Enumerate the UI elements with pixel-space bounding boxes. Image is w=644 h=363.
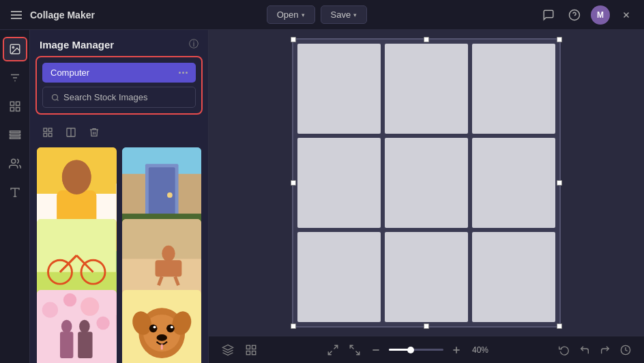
list-item[interactable] xyxy=(122,219,202,299)
svg-point-53 xyxy=(63,293,76,306)
open-chevron-icon: ▾ xyxy=(302,12,305,18)
svg-rect-15 xyxy=(10,137,20,139)
history-icon[interactable] xyxy=(618,343,633,358)
half-view-button[interactable] xyxy=(63,124,79,141)
avatar[interactable]: M xyxy=(591,5,610,25)
resize-handle-br[interactable] xyxy=(557,323,562,329)
undo-icon[interactable] xyxy=(577,343,592,358)
zoom-label: 40% xyxy=(469,345,491,355)
list-item[interactable] xyxy=(122,147,202,227)
svg-point-36 xyxy=(167,192,173,198)
svg-line-20 xyxy=(57,99,58,100)
collage-cell[interactable] xyxy=(297,232,381,322)
svg-point-67 xyxy=(153,326,156,329)
svg-point-66 xyxy=(166,325,175,333)
panel-buttons-group: Computer Search Stock Images xyxy=(35,56,203,115)
collage-cell[interactable] xyxy=(472,44,555,134)
panel-header: Image Manager ⓘ xyxy=(30,30,208,56)
fit-screen-icon[interactable] xyxy=(325,342,341,358)
zoom-slider-fill xyxy=(389,349,411,351)
svg-point-5 xyxy=(12,46,14,48)
redo-icon[interactable] xyxy=(598,343,613,358)
list-item[interactable] xyxy=(37,290,117,363)
help-button[interactable] xyxy=(565,5,584,25)
svg-rect-59 xyxy=(78,332,92,358)
menu-icon[interactable] xyxy=(8,8,25,22)
image-manager-panel: Image Manager ⓘ Computer Search Stock Im… xyxy=(30,30,209,363)
zoom-out-icon[interactable] xyxy=(368,343,383,358)
resize-handle-tr[interactable] xyxy=(557,37,562,42)
sidebar-item-image-manager[interactable] xyxy=(3,37,27,61)
delete-images-button[interactable] xyxy=(86,124,102,141)
crop-icon[interactable] xyxy=(347,342,363,358)
svg-rect-24 xyxy=(48,133,52,136)
svg-rect-74 xyxy=(252,351,256,354)
zoom-in-icon[interactable] xyxy=(449,343,464,358)
sidebar-item-stickers[interactable] xyxy=(3,123,27,147)
zoom-slider-thumb xyxy=(407,347,414,353)
bottom-right-tools xyxy=(557,343,633,358)
open-button[interactable]: Open ▾ xyxy=(267,5,315,24)
svg-rect-10 xyxy=(16,102,19,105)
app-title: Collage Maker xyxy=(30,10,95,20)
image-grid xyxy=(30,147,208,363)
search-icon xyxy=(51,93,59,102)
bottom-toolbar: 40% xyxy=(209,336,644,363)
collage-cell[interactable] xyxy=(472,232,555,322)
resize-handle-mr[interactable] xyxy=(557,180,562,186)
collage-cell[interactable] xyxy=(472,138,555,228)
sidebar-item-layout[interactable] xyxy=(3,94,27,119)
svg-rect-72 xyxy=(252,345,256,349)
zoom-slider[interactable] xyxy=(389,349,443,351)
resize-handle-tm[interactable] xyxy=(424,37,429,42)
info-icon[interactable]: ⓘ xyxy=(189,38,199,50)
svg-point-47 xyxy=(162,245,175,261)
collage-cell[interactable] xyxy=(385,44,468,134)
svg-marker-70 xyxy=(223,345,233,350)
collage-grid xyxy=(293,40,559,326)
svg-rect-21 xyxy=(44,128,47,132)
svg-rect-73 xyxy=(246,351,250,354)
svg-rect-23 xyxy=(44,133,47,136)
header-center: Open ▾ Save ▾ xyxy=(95,5,539,24)
svg-point-54 xyxy=(80,297,99,316)
grid-layout-icon[interactable] xyxy=(243,342,259,358)
sidebar-item-text[interactable] xyxy=(3,180,27,205)
grid-view-button[interactable] xyxy=(40,124,56,141)
svg-point-69 xyxy=(156,334,167,341)
svg-line-78 xyxy=(356,351,360,354)
collage-container[interactable] xyxy=(292,38,561,328)
more-options-icon[interactable] xyxy=(179,72,188,74)
reset-icon[interactable] xyxy=(557,343,572,358)
resize-handle-ml[interactable] xyxy=(291,180,296,186)
resize-handle-bm[interactable] xyxy=(424,323,429,329)
header-right: M xyxy=(539,5,636,25)
resize-handle-bl[interactable] xyxy=(291,323,296,329)
collage-cell[interactable] xyxy=(385,138,468,228)
image-tools xyxy=(30,121,208,147)
sidebar-item-filters[interactable] xyxy=(3,66,27,90)
list-item[interactable] xyxy=(37,219,117,299)
collage-cell[interactable] xyxy=(297,44,381,134)
main: Image Manager ⓘ Computer Search Stock Im… xyxy=(0,30,644,363)
chat-button[interactable] xyxy=(539,5,558,25)
resize-handle-tl[interactable] xyxy=(291,37,296,42)
list-item[interactable] xyxy=(122,290,202,363)
svg-rect-12 xyxy=(16,108,19,111)
collage-cell[interactable] xyxy=(385,232,468,322)
svg-point-55 xyxy=(96,317,109,330)
svg-rect-14 xyxy=(10,134,20,136)
bottom-left-tools xyxy=(220,342,259,358)
svg-line-76 xyxy=(328,351,332,354)
list-item[interactable] xyxy=(37,147,117,227)
search-stock-button[interactable]: Search Stock Images xyxy=(42,87,196,108)
sidebar-icons xyxy=(0,30,30,363)
canvas-area: 40% xyxy=(209,30,644,363)
layers-icon[interactable] xyxy=(220,342,236,358)
computer-button[interactable]: Computer xyxy=(42,63,196,83)
sidebar-item-people[interactable] xyxy=(3,151,27,176)
bottom-center-tools: 40% xyxy=(325,342,491,358)
close-button[interactable] xyxy=(617,5,636,25)
collage-cell[interactable] xyxy=(297,138,381,228)
save-button[interactable]: Save ▾ xyxy=(321,5,368,24)
